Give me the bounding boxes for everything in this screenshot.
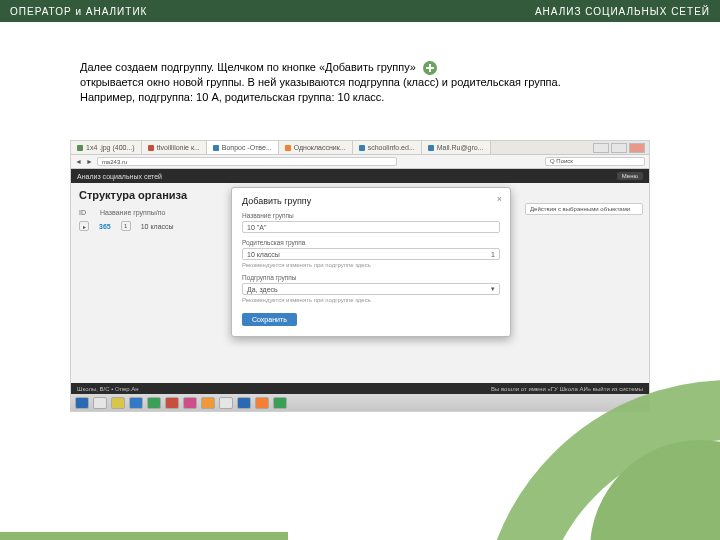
app-top-bar: Анализ социальных сетей Меню — [71, 169, 649, 183]
select-subgroup[interactable]: Да, здесь ▾ — [242, 283, 500, 295]
value-subgroup: Да, здесь — [247, 286, 278, 293]
add-group-modal: Добавить группу × Название группы 10 "А"… — [231, 187, 511, 337]
chevron-down-icon: ▾ — [491, 285, 495, 293]
os-taskbar — [71, 394, 649, 411]
text-line-1: Далее создаем подгруппу. Щелчком по кноп… — [80, 61, 416, 73]
menu-button[interactable]: Меню — [617, 172, 643, 180]
url-text: ma243.ru — [102, 159, 127, 165]
label-parent-group: Родительская группа — [242, 239, 500, 246]
url-input[interactable]: ma243.ru — [97, 157, 397, 166]
label-group-name: Название группы — [242, 212, 500, 219]
browser-tab-strip: 1x4 .jpg (400...)ttvoillilonie к...Вопро… — [71, 141, 649, 155]
tab-label: ttvoillilonie к... — [157, 144, 200, 151]
footer-left: Школы, В/С • Опер.Ан — [77, 386, 139, 392]
save-button[interactable]: Сохранить — [242, 313, 297, 326]
app-footer: Школы, В/С • Опер.Ан Вы вошли от имени «… — [71, 383, 649, 394]
taskbar-app-icon[interactable] — [93, 397, 107, 409]
parent-hint: Рекомендуется изменять при подгруппе зде… — [242, 262, 500, 268]
tab-label: Одноклассник... — [294, 144, 346, 151]
taskbar-app-icon[interactable] — [201, 397, 215, 409]
counter-badge: 1 — [491, 251, 495, 258]
browser-address-bar: ◄ ► ma243.ru Q Поиск — [71, 155, 649, 169]
taskbar-app-icon[interactable] — [75, 397, 89, 409]
col-name: Название группы/по — [100, 209, 165, 216]
value-parent-group: 10 классы — [247, 251, 280, 258]
screenshot-container: 1x4 .jpg (400...)ttvoillilonie к...Вопро… — [70, 140, 650, 412]
input-group-name[interactable]: 10 "А" — [242, 221, 500, 233]
taskbar-app-icon[interactable] — [165, 397, 179, 409]
select-parent-group[interactable]: 10 классы 1 — [242, 248, 500, 260]
modal-title: Добавить группу — [242, 196, 500, 206]
browser-tab[interactable]: ttvoillilonie к... — [142, 141, 207, 154]
window-max-icon[interactable] — [611, 143, 627, 153]
actions-panel: Действия с выбранными объектами — [519, 183, 649, 383]
header-left: ОПЕРАТОР и АНАЛИТИК — [10, 6, 147, 17]
favicon — [148, 145, 154, 151]
subgroup-hint: Рекомендуется изменять при подгруппе зде… — [242, 297, 500, 303]
taskbar-app-icon[interactable] — [237, 397, 251, 409]
favicon — [213, 145, 219, 151]
tab-label: Вопрос -Отве... — [222, 144, 272, 151]
decor-band — [0, 532, 288, 540]
actions-button[interactable]: Действия с выбранными объектами — [525, 203, 643, 215]
taskbar-app-icon[interactable] — [219, 397, 233, 409]
app-title: Анализ социальных сетей — [77, 173, 162, 180]
plus-icon — [423, 61, 437, 75]
row-name: 10 классы — [141, 223, 174, 230]
tab-label: Mail.Ru@gro... — [437, 144, 484, 151]
close-icon[interactable]: × — [497, 194, 502, 204]
browser-tab[interactable]: 1x4 .jpg (400...) — [71, 141, 142, 154]
instruction-text: Далее создаем подгруппу. Щелчком по кноп… — [80, 60, 660, 105]
value-group-name: 10 "А" — [247, 224, 266, 231]
col-id: ID — [79, 209, 86, 216]
browser-tab[interactable]: Вопрос -Отве... — [207, 141, 279, 154]
browser-tab[interactable]: schoolinfo.ed... — [353, 141, 422, 154]
count-badge: 1 — [121, 221, 131, 231]
search-text: Q Поиск — [550, 158, 573, 164]
taskbar-app-icon[interactable] — [111, 397, 125, 409]
browser-tab[interactable]: Mail.Ru@gro... — [422, 141, 491, 154]
browser-tab[interactable]: Одноклассник... — [279, 141, 353, 154]
window-controls — [593, 143, 649, 153]
window-min-icon[interactable] — [593, 143, 609, 153]
slide-header: ОПЕРАТОР и АНАЛИТИК АНАЛИЗ СОЦИАЛЬНЫХ СЕ… — [0, 0, 720, 22]
favicon — [77, 145, 83, 151]
tab-label: 1x4 .jpg (400...) — [86, 144, 135, 151]
row-id: 365 — [99, 223, 111, 230]
text-line-3: Например, подгруппа: 10 А, родительская … — [80, 91, 384, 103]
taskbar-app-icon[interactable] — [273, 397, 287, 409]
taskbar-app-icon[interactable] — [147, 397, 161, 409]
expand-icon[interactable]: ▸ — [79, 221, 89, 231]
window-close-icon[interactable] — [629, 143, 645, 153]
app-body: Структура организа ID Название группы/по… — [71, 183, 649, 383]
favicon — [359, 145, 365, 151]
nav-back-icon[interactable]: ◄ — [75, 158, 82, 165]
text-line-2: открывается окно новой группы. В ней ука… — [80, 76, 561, 88]
nav-fwd-icon[interactable]: ► — [86, 158, 93, 165]
footer-right: Вы вошли от имени «ГУ Школа АИ» выйти из… — [491, 386, 643, 392]
label-subgroup: Подгруппа группы — [242, 274, 500, 281]
taskbar-app-icon[interactable] — [183, 397, 197, 409]
browser-search-input[interactable]: Q Поиск — [545, 157, 645, 166]
favicon — [428, 145, 434, 151]
taskbar-app-icon[interactable] — [255, 397, 269, 409]
tab-label: schoolinfo.ed... — [368, 144, 415, 151]
header-right: АНАЛИЗ СОЦИАЛЬНЫХ СЕТЕЙ — [535, 6, 710, 17]
favicon — [285, 145, 291, 151]
taskbar-app-icon[interactable] — [129, 397, 143, 409]
